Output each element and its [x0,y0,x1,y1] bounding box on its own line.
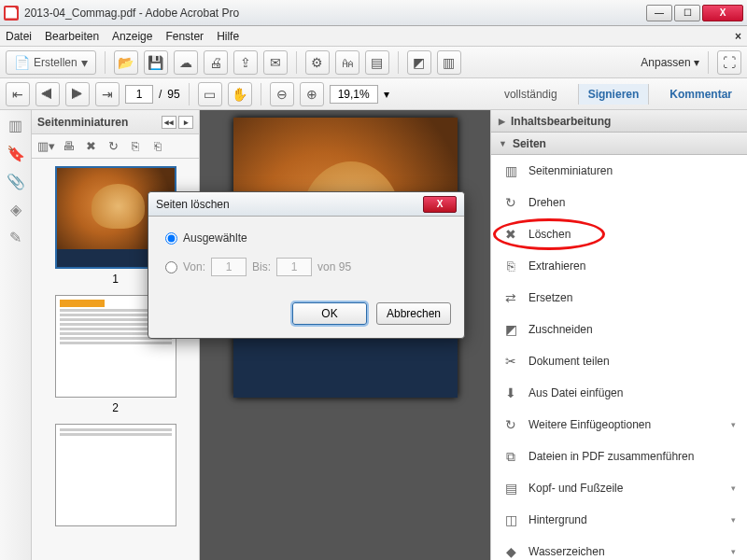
section-seiten[interactable]: ▼Seiten [491,133,747,155]
zoom-input[interactable] [330,85,378,104]
attachments-icon[interactable]: 📎 [7,172,25,190]
main-toolbar: 📄 Erstellen ▾ 📂 💾 ☁ 🖨 ⇪ ✉ ⚙ 🗛 ▤ ◩ ▥ Anpa… [0,47,747,78]
rotate-icon: ↻ [502,194,519,211]
dialog-titlebar[interactable]: Seiten löschen X [148,192,464,217]
radio-von[interactable] [165,261,177,273]
thumb-extract-icon[interactable]: ⎗ [149,138,166,155]
crop-icon: ◩ [502,321,519,338]
thumb-prev-icon[interactable]: ◂◂ [162,116,176,129]
window-title: 2013-04_Commag.pdf - Adobe Acrobat Pro [24,7,644,20]
bis-input[interactable] [276,258,312,276]
thumbnail-page-3[interactable] [39,424,191,526]
first-page-icon[interactable]: ⇤ [6,82,30,106]
pages-icon: ▥ [502,162,519,179]
tool-ersetzen[interactable]: ⇄Ersetzen [491,282,747,314]
menu-datei[interactable]: Datei [6,30,32,43]
signieren-tab[interactable]: Signieren [578,84,650,105]
tool-loeschen[interactable]: ✖Löschen [491,218,747,250]
watermark-icon: ◆ [502,543,519,560]
delete-icon: ✖ [502,226,519,243]
background-icon: ◫ [502,511,519,528]
mail-icon[interactable]: ✉ [263,50,288,75]
open-icon[interactable]: 📂 [114,50,138,75]
minimize-button[interactable]: — [646,5,672,21]
prev-page-icon[interactable]: ⯇ [35,82,60,106]
tool-hintergrund[interactable]: ◫Hintergrund▾ [491,504,747,536]
kommentar-tab[interactable]: Kommentar [660,84,741,105]
more-insert-icon: ↻ [502,416,519,433]
von-input[interactable] [211,258,247,276]
delete-pages-dialog: Seiten löschen X Ausgewählte Von: Bis: v… [148,191,465,339]
hand-icon[interactable]: ✋ [228,82,252,106]
dialog-close-button[interactable]: X [423,196,457,213]
stamp-icon[interactable]: ◩ [407,50,431,75]
zoom-out-icon[interactable]: ⊖ [270,82,294,106]
thumb-insert-icon[interactable]: ⎘ [127,138,144,155]
tool-dokument-teilen[interactable]: ✂Dokument teilen [491,345,747,377]
split-icon: ✂ [502,353,519,370]
bis-label: Bis: [252,260,271,273]
form-icon[interactable]: ▤ [365,50,389,75]
ok-button[interactable]: OK [292,302,367,325]
pages-tool-list: ▥Seitenminiaturen ↻Drehen ✖Löschen ⎘Extr… [491,155,747,560]
thumb-rotate-icon[interactable]: ↻ [105,138,121,155]
replace-icon: ⇄ [502,289,519,306]
bookmarks-icon[interactable]: 🔖 [7,144,25,162]
tool-wasserzeichen[interactable]: ◆Wasserzeichen▾ [491,536,747,560]
window-close-icon[interactable]: × [735,30,741,43]
thumb-print-icon[interactable]: 🖶 [60,138,77,155]
chevron-down-icon: ▾ [731,547,736,556]
option-range-row[interactable]: Von: Bis: von 95 [165,258,447,276]
tool-drehen[interactable]: ↻Drehen [491,187,747,218]
anpassen-menu[interactable]: Anpassen ▾ [641,56,699,69]
thumb-next-icon[interactable]: ▸ [178,116,193,129]
chevron-down-icon: ▾ [731,515,736,525]
zoom-dropdown-icon[interactable]: ▾ [384,88,389,101]
print-icon[interactable]: 🖨 [204,50,228,75]
chevron-down-icon: ▾ [731,483,736,493]
signatures-icon[interactable]: ✎ [7,228,25,246]
recognize-icon[interactable]: 🗛 [335,50,359,75]
thumbnails-tools: ▥▾ 🖶 ✖ ↻ ⎘ ⎗ [32,134,199,159]
menu-bearbeiten[interactable]: Bearbeiten [45,30,99,43]
zoom-in-icon[interactable]: ⊕ [300,82,324,106]
cloud-icon[interactable]: ☁ [174,50,198,75]
option-selected-row[interactable]: Ausgewählte [165,231,447,245]
window-titlebar: 2013-04_Commag.pdf - Adobe Acrobat Pro —… [0,0,747,26]
save-icon[interactable]: 💾 [144,50,168,75]
tool-zuschneiden[interactable]: ◩Zuschneiden [491,314,747,345]
tool-extrahieren[interactable]: ⎘Extrahieren [491,250,747,282]
tool-seitenminiaturen[interactable]: ▥Seitenminiaturen [491,155,747,187]
tool-aus-datei[interactable]: ⬇Aus Datei einfügen [491,377,747,409]
page-input[interactable] [125,85,153,104]
close-button[interactable]: X [702,5,743,21]
erstellen-button[interactable]: 📄 Erstellen ▾ [6,50,96,75]
thumb-label: 2 [39,401,191,414]
radio-ausgewaehlte[interactable] [165,232,177,245]
tool-kopf-fuss[interactable]: ▤Kopf- und Fußzeile▾ [491,472,747,504]
menu-hilfe[interactable]: Hilfe [217,30,239,43]
section-inhaltsbearbeitung[interactable]: ▶Inhaltsbearbeitung [491,110,747,133]
last-page-icon[interactable]: ⇥ [95,82,120,106]
pointer-icon[interactable]: ▭ [198,82,222,106]
cancel-button[interactable]: Abbrechen [376,302,451,325]
tool-weitere-einfuege[interactable]: ↻Weitere Einfügeoptionen▾ [491,409,747,441]
gear-icon[interactable]: ⚙ [305,50,330,75]
thumb-delete-icon[interactable]: ✖ [82,138,99,155]
next-page-icon[interactable]: ⯈ [65,82,90,106]
thumb-options-icon[interactable]: ▥▾ [37,138,54,155]
radio-von-label: Von: [183,260,205,273]
share-icon[interactable]: ⇪ [233,50,258,75]
thumbnails-header: Seitenminiaturen ◂◂ ▸ [32,110,199,134]
thumbnails-icon[interactable]: ▥ [7,116,25,134]
nav-toolbar: ⇤ ⯇ ⯈ ⇥ / 95 ▭ ✋ ⊖ ⊕ ▾ vollständig Signi… [0,78,747,110]
layers-icon[interactable]: ◈ [7,200,25,218]
tool-dateien-pdf[interactable]: ⧉Dateien in PDF zusammenführen [491,441,747,472]
menu-fenster[interactable]: Fenster [165,30,204,43]
fullscreen-icon[interactable]: ⛶ [717,50,741,75]
color-icon[interactable]: ▥ [437,50,461,75]
menu-anzeige[interactable]: Anzeige [112,30,152,43]
vollstaendig-button[interactable]: vollständig [495,84,567,105]
maximize-button[interactable]: ☐ [674,5,700,21]
app-icon [4,6,19,21]
